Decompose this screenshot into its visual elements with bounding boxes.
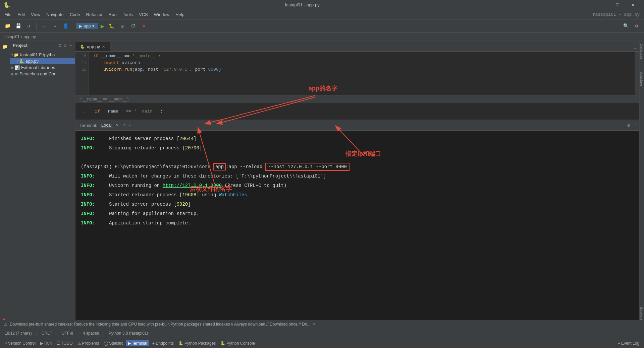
- toolbar-nav-button[interactable]: 👤: [61, 21, 70, 31]
- bottom-statistic[interactable]: ◯ Statistic: [102, 340, 125, 346]
- titlebar: 🐍 fastapi01 - app.py ─ □ ✕: [0, 0, 644, 10]
- profile-button[interactable]: ⏱: [128, 21, 138, 31]
- right-sidebar: Database Structure Bookmarks: [639, 41, 644, 328]
- menu-code[interactable]: Code: [67, 11, 83, 18]
- code-content[interactable]: if __name__ == '__main__': import uvicor…: [89, 52, 635, 95]
- event-log-label: Event Log: [621, 341, 639, 346]
- settings-button[interactable]: ⚙: [632, 21, 641, 31]
- terminal-line-8: INFO: Waiting for application startup.: [81, 209, 634, 218]
- endpoints-icon: ◈: [152, 341, 155, 346]
- status-charset[interactable]: UTF-8: [60, 328, 75, 338]
- bottom-python-console[interactable]: 🐍 Python Console: [218, 340, 257, 346]
- terminal-tab-local[interactable]: Local: [100, 123, 113, 128]
- terminal-add-tab[interactable]: +: [121, 122, 127, 128]
- minimize-button[interactable]: ─: [594, 0, 610, 10]
- menu-navigate[interactable]: Navigate: [44, 11, 66, 18]
- toolbar-save-button[interactable]: 💾: [13, 21, 23, 31]
- breadcrumb-file[interactable]: app.py: [24, 34, 36, 39]
- bottom-terminal[interactable]: ▶ Terminal: [126, 340, 149, 346]
- status-position[interactable]: 18:12 (7 chars): [3, 328, 34, 338]
- bottom-python-packages[interactable]: 🐍 Python Packages: [176, 340, 218, 346]
- tree-item-scratches[interactable]: ▶ ✏ Scratches and Con: [10, 71, 75, 77]
- terminal-bottom-label: Terminal: [132, 341, 147, 346]
- toolbar-back-button[interactable]: ←: [39, 21, 49, 31]
- sidebar-project-icon[interactable]: 📁: [1, 43, 9, 51]
- todo-icon: ☰: [56, 341, 60, 346]
- terminal-close-panel[interactable]: −: [633, 122, 637, 128]
- toolbar-forward-button[interactable]: →: [50, 21, 59, 31]
- stop-button[interactable]: ■: [139, 21, 149, 31]
- sidebar-structure-icon[interactable]: ⋮: [1, 63, 9, 71]
- tree-item-fastapi01[interactable]: ▾ 📁 fastapi01 F:\pytho: [10, 52, 75, 58]
- status-encoding[interactable]: CRLF: [40, 328, 54, 338]
- python-console-label: Python Console: [226, 341, 255, 346]
- terminal-dropdown[interactable]: ▾: [128, 123, 131, 128]
- run-configuration[interactable]: ▶ app ▾: [76, 23, 98, 29]
- menu-window[interactable]: Window: [151, 11, 172, 18]
- toolbar-separator-2: [73, 23, 73, 29]
- menu-vcs[interactable]: VCS: [136, 11, 151, 18]
- menu-view[interactable]: View: [28, 11, 43, 18]
- debug-button[interactable]: 🐛: [107, 21, 116, 31]
- python-packages-label: Python Packages: [184, 341, 216, 346]
- toolbar-right: 🔍 ⚙: [621, 21, 641, 31]
- run-icon: ▶: [40, 341, 43, 346]
- warning-close-icon[interactable]: ✕: [313, 322, 316, 327]
- menu-help[interactable]: Help: [173, 11, 187, 18]
- project-header-actions: ⚙ ≡ ⋯: [58, 43, 72, 48]
- status-position-text: 18:12 (7 chars): [5, 331, 32, 336]
- terminal-output[interactable]: INFO: Finished server process [20644] IN…: [75, 131, 639, 328]
- code-line-18: uvicorn.run(app, host="127.0.0.1", port=…: [93, 66, 631, 73]
- tree-item-apppy[interactable]: ▾ 🐍 app.py: [10, 58, 75, 64]
- menu-tools[interactable]: Tools: [120, 11, 136, 18]
- menu-refactor[interactable]: Refactor: [84, 11, 105, 18]
- status-charset-text: UTF-8: [62, 331, 73, 336]
- bottom-endpoints[interactable]: ◈ Endpoints: [150, 340, 176, 346]
- run-button[interactable]: ▶: [99, 22, 106, 30]
- bottom-problems[interactable]: ⚠ Problems: [75, 340, 101, 346]
- libraries-icon: 📊: [15, 65, 20, 70]
- bottom-version-control[interactable]: ⑂ Version Control: [3, 340, 38, 346]
- menu-file[interactable]: File: [2, 11, 14, 18]
- terminal-line-2: INFO: Stopping reloader process [20700]: [81, 143, 634, 153]
- status-indent[interactable]: 4 spaces: [81, 328, 101, 338]
- tree-chevron-scratches: ▶: [11, 72, 14, 76]
- app-icon: 🐍: [3, 2, 10, 8]
- run-config-icon: ▶: [79, 24, 82, 28]
- run-label: Run: [44, 341, 52, 346]
- project-sort-icon[interactable]: ≡: [64, 43, 66, 48]
- status-python[interactable]: Python 3.8 (fastapi01): [107, 328, 150, 338]
- breadcrumb-project[interactable]: fastapi01: [3, 34, 20, 39]
- code-editor: 16 17 18 if __name__ == '__main__': impo…: [75, 52, 639, 95]
- run-config-label: app: [84, 23, 91, 28]
- bottom-todo[interactable]: ☰ TODO: [54, 340, 74, 346]
- status-python-text: Python 3.8 (fastapi01): [109, 331, 148, 336]
- tab-close-apppy[interactable]: ✕: [102, 45, 105, 49]
- terminal-icon: ▶: [128, 341, 131, 346]
- menu-run[interactable]: Run: [106, 11, 119, 18]
- database-label[interactable]: Database: [640, 41, 644, 62]
- project-tree: ▾ 📁 fastapi01 F:\pytho ▾ 🐍 app.py ▶ 📊 Ex…: [10, 50, 75, 328]
- close-button[interactable]: ✕: [625, 0, 641, 10]
- status-sep-1: [37, 331, 37, 336]
- python-console-icon: 🐍: [220, 341, 225, 346]
- bottom-event-log[interactable]: ● Event Log: [616, 340, 641, 346]
- recent-files-icon[interactable]: ⋯: [634, 46, 637, 51]
- tree-item-external-libraries[interactable]: ▶ 📊 External Libraries: [10, 64, 75, 71]
- terminal-settings-icon[interactable]: ⚙: [627, 123, 630, 128]
- terminal-tab-close[interactable]: ✕: [114, 123, 120, 128]
- bottom-run[interactable]: ▶ Run: [38, 340, 54, 346]
- coverage-button[interactable]: ◎: [118, 21, 127, 31]
- tree-label-scratches: Scratches and Con: [19, 71, 57, 76]
- titlebar-title: fastapi01 - app.py: [285, 2, 319, 7]
- search-button[interactable]: 🔍: [621, 21, 631, 31]
- toolbar-open-button[interactable]: 📁: [3, 21, 12, 31]
- tab-apppy[interactable]: 🐍 app.py ✕: [75, 42, 110, 51]
- structure-label[interactable]: Structure: [640, 69, 644, 89]
- toolbar-refresh-button[interactable]: ↺: [24, 21, 34, 31]
- project-more-icon[interactable]: ⋯: [68, 43, 72, 48]
- left-sidebar-icons: 📁 ⋮ 🔖: [0, 41, 10, 328]
- maximize-button[interactable]: □: [610, 0, 625, 10]
- project-gear-icon[interactable]: ⚙: [58, 43, 62, 48]
- menu-edit[interactable]: Edit: [15, 11, 28, 18]
